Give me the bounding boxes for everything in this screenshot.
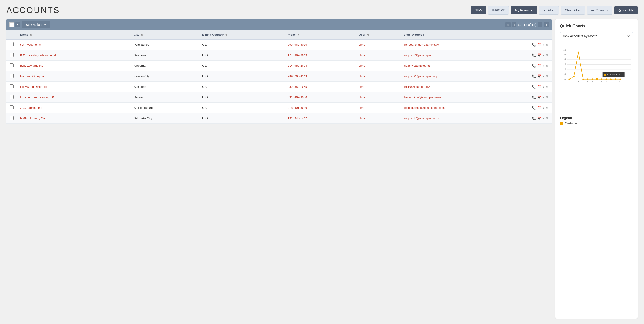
account-name-link[interactable]: Income Free Investing LP: [20, 96, 54, 99]
new-button[interactable]: NEW: [470, 6, 486, 14]
list-action-icon[interactable]: ≡: [542, 106, 544, 110]
svg-text:Customer: 0: Customer: 0: [607, 73, 620, 76]
email-action-icon[interactable]: ✉: [546, 116, 548, 120]
country-cell: USA: [199, 60, 284, 71]
first-page-button[interactable]: «: [505, 22, 510, 28]
account-name-link[interactable]: B.H. Edwards Inc: [20, 64, 43, 68]
phone-link[interactable]: (989) 760-4343: [286, 74, 307, 78]
calendar-action-icon[interactable]: 📅: [537, 85, 541, 89]
list-action-icon[interactable]: ≡: [542, 74, 544, 78]
user-link[interactable]: chris: [359, 106, 365, 110]
email-action-icon[interactable]: ✉: [546, 54, 548, 57]
clear-filter-button[interactable]: Clear Filter: [560, 6, 585, 14]
select-all-dropdown[interactable]: ▼: [15, 22, 20, 27]
row-checkbox[interactable]: [10, 42, 14, 46]
account-name-link[interactable]: Hammer Group Inc: [20, 74, 46, 78]
email-action-icon[interactable]: ✉: [546, 43, 548, 46]
row-checkbox[interactable]: [10, 53, 14, 57]
bulk-action-button[interactable]: Bulk Action ▼: [22, 21, 50, 28]
next-page-button[interactable]: ›: [538, 22, 542, 28]
account-name-link[interactable]: B.C. Investing International: [20, 54, 56, 57]
table-row: Income Free Investing LP Denver USA (031…: [6, 92, 552, 102]
calendar-action-icon[interactable]: 📅: [537, 43, 541, 46]
prev-page-button[interactable]: ‹: [512, 22, 516, 28]
insights-button[interactable]: ◕ Insights: [614, 6, 638, 14]
phone-action-icon[interactable]: 📞: [532, 96, 536, 99]
list-action-icon[interactable]: ≡: [542, 85, 544, 89]
email-link[interactable]: support83@example.tv: [404, 54, 434, 57]
billing-country-col-header[interactable]: Billing Country ⇅: [199, 30, 284, 39]
phone-link[interactable]: (174) 897-6649: [286, 54, 307, 57]
account-name-link[interactable]: Hollywood Diner Ltd: [20, 85, 46, 88]
list-action-icon[interactable]: ≡: [542, 64, 544, 68]
email-link[interactable]: kid38@example.net: [404, 64, 430, 68]
city-sort-icon: ⇅: [141, 34, 143, 36]
svg-point-35: [596, 78, 598, 80]
user-link[interactable]: chris: [359, 43, 365, 46]
phone-action-icon[interactable]: 📞: [532, 85, 536, 89]
user-col-header[interactable]: User ⇅: [356, 30, 400, 39]
email-action-icon[interactable]: ✉: [546, 96, 548, 99]
calendar-action-icon[interactable]: 📅: [537, 116, 541, 120]
last-page-button[interactable]: »: [544, 22, 549, 28]
list-action-icon[interactable]: ≡: [542, 96, 544, 99]
phone-action-icon[interactable]: 📞: [532, 116, 536, 120]
phone-link[interactable]: (031) 462-3050: [286, 96, 307, 99]
city-col-header[interactable]: City ⇅: [130, 30, 199, 39]
user-link[interactable]: chris: [359, 54, 365, 57]
user-link[interactable]: chris: [359, 96, 365, 99]
email-action-icon[interactable]: ✉: [546, 85, 548, 89]
email-link[interactable]: support37@example.co.uk: [404, 116, 439, 120]
calendar-action-icon[interactable]: 📅: [537, 54, 541, 57]
email-link[interactable]: support91@example.co.jp: [404, 74, 438, 78]
phone-action-icon[interactable]: 📞: [532, 43, 536, 46]
calendar-action-icon[interactable]: 📅: [537, 74, 541, 78]
calendar-action-icon[interactable]: 📅: [537, 64, 541, 68]
import-button[interactable]: IMPORT: [488, 6, 509, 14]
list-action-icon[interactable]: ≡: [542, 116, 544, 120]
list-action-icon[interactable]: ≡: [542, 54, 544, 57]
calendar-action-icon[interactable]: 📅: [537, 96, 541, 99]
account-name-link[interactable]: JBC Banking Inc: [20, 106, 42, 110]
list-action-icon[interactable]: ≡: [542, 43, 544, 46]
table-row: B.H. Edwards Inc Alabama USA (314) 988-2…: [6, 60, 552, 71]
email-link[interactable]: the.info.info@example.name: [404, 96, 442, 99]
row-checkbox[interactable]: [10, 63, 14, 68]
phone-link[interactable]: (232) 859-1665: [286, 85, 307, 88]
user-link[interactable]: chris: [359, 85, 365, 88]
phone-action-icon[interactable]: 📞: [532, 64, 536, 68]
phone-link[interactable]: (918) 401-8639: [286, 106, 307, 110]
my-filters-button[interactable]: My Filters ▼: [511, 6, 537, 14]
calendar-action-icon[interactable]: 📅: [537, 106, 541, 110]
phone-link[interactable]: (191) 946-1442: [286, 116, 307, 120]
email-link[interactable]: the.beans.qa@example.tw: [404, 43, 439, 46]
row-checkbox[interactable]: [10, 84, 14, 88]
user-link[interactable]: chris: [359, 116, 365, 120]
user-link[interactable]: chris: [359, 74, 365, 78]
email-action-icon[interactable]: ✉: [546, 64, 548, 68]
columns-button[interactable]: ☰ Columns: [587, 6, 612, 14]
svg-text:8: 8: [601, 80, 602, 83]
user-link[interactable]: chris: [359, 64, 365, 68]
row-checkbox[interactable]: [10, 95, 14, 99]
phone-action-icon[interactable]: 📞: [532, 54, 536, 57]
phone-action-icon[interactable]: 📞: [532, 106, 536, 110]
account-name-link[interactable]: 5D Investments: [20, 43, 41, 46]
row-checkbox[interactable]: [10, 105, 14, 110]
account-name-link[interactable]: MMM Mortuary Corp: [20, 116, 47, 120]
email-link[interactable]: section.beans.kid@example.cn: [404, 106, 445, 110]
row-checkbox[interactable]: [10, 74, 14, 78]
filter-button[interactable]: ▼ Filter: [539, 6, 559, 14]
email-action-icon[interactable]: ✉: [546, 106, 548, 110]
name-col-header[interactable]: Name ⇅: [17, 30, 130, 39]
phone-link[interactable]: (893) 969-8036: [286, 43, 307, 46]
select-all-checkbox[interactable]: [9, 22, 14, 27]
phone-action-icon[interactable]: 📞: [532, 74, 536, 78]
chart-type-select[interactable]: New Accounts by Month: [560, 32, 633, 40]
header-buttons: NEW IMPORT My Filters ▼ ▼ Filter Clear F…: [470, 6, 638, 14]
phone-col-header[interactable]: Phone ⇅: [284, 30, 356, 39]
phone-link[interactable]: (314) 988-2684: [286, 64, 307, 68]
email-action-icon[interactable]: ✉: [546, 74, 548, 78]
row-checkbox[interactable]: [10, 116, 14, 120]
email-link[interactable]: the16@example.biz: [404, 85, 430, 88]
